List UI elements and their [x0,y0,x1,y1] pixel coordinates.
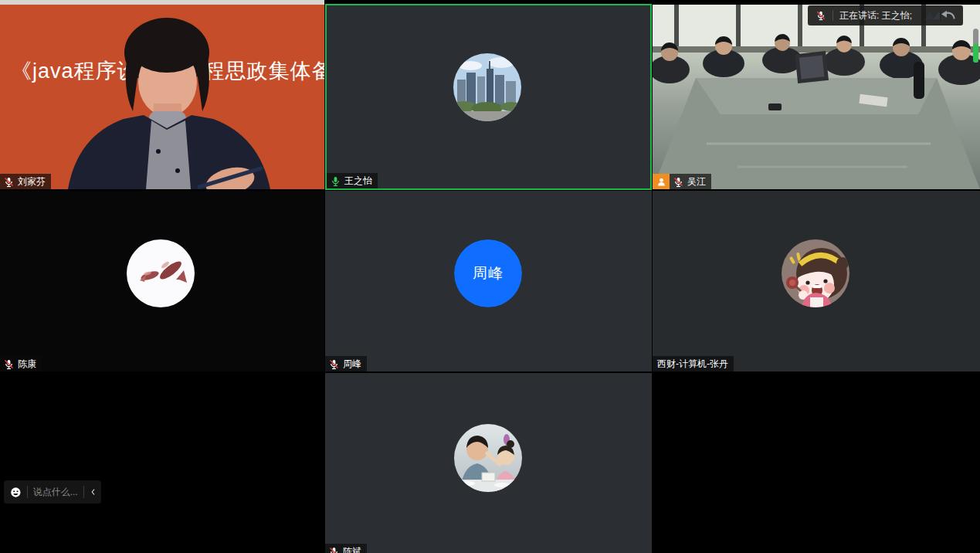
overlay-divider [832,10,833,21]
slide-top-edge [0,0,324,5]
participant-name: 吴江 [687,175,706,188]
speaker-volume-meter [973,29,978,63]
chat-bar-divider [83,486,84,498]
participant-name: 王之怡 [344,175,372,188]
participant-label-row: 西财-计算机-张丹 [653,356,734,371]
chat-quick-bar[interactable] [4,480,101,504]
participant-name: 刘家芬 [18,175,46,188]
video-tile-liujiafen[interactable]: 《java程序设计》课程思政集体备课 [0,5,324,189]
video-tile-chenbin[interactable]: 陈斌 [325,373,652,553]
participant-name: 陈斌 [343,545,361,553]
chat-bar-divider [27,486,28,498]
mic-muted-icon [3,176,15,188]
participant-name-label: 陈斌 [325,544,367,553]
meeting-window: 《java程序设计》课程思政集体备课 [0,0,980,553]
participant-label-row: 刘家芬 [0,174,51,189]
mic-active-icon [330,175,341,187]
participant-name-label: 王之怡 [327,173,378,188]
now-speaking-text: 正在讲话: 王之怡; [839,9,917,22]
collapse-chevron-left-icon[interactable] [90,487,97,497]
avatar-koi-fish [127,239,195,307]
participant-name: 周峰 [343,358,361,371]
participant-name-label: 吴江 [670,174,711,189]
video-tile-wujiang[interactable]: 吴江 [653,5,980,189]
avatar-initials: 周峰 [454,239,522,307]
mic-muted-icon [328,546,340,553]
participant-label-row: 陈康 [0,356,42,371]
overlay-action-icons[interactable] [923,8,958,22]
participant-name-label: 刘家芬 [0,174,51,189]
avatar-initials-text: 周峰 [454,239,522,307]
mic-muted-icon [3,358,15,370]
participant-name-label: 西财-计算机-张丹 [653,356,734,371]
avatar-city-skyline [453,53,521,121]
chat-message-input[interactable] [33,487,78,497]
mic-muted-icon [673,176,684,188]
video-tile-wangzhiyi-active-speaker[interactable]: 王之怡 [325,4,652,190]
local-mic-muted-icon [816,10,826,21]
participant-label-row: 周峰 [325,356,367,371]
video-tile-chenkang[interactable]: 陈康 [0,191,324,371]
participant-name: 陈康 [18,358,36,371]
member-badge-icon [653,174,670,189]
now-speaking-overlay: 正在讲话: 王之怡; [808,5,963,25]
emoji-smiley-icon[interactable] [10,485,22,500]
mic-muted-icon [328,358,340,370]
participant-name-label: 陈康 [0,356,42,371]
presenter-figure [0,5,324,189]
participant-label-row: 陈斌 [325,544,367,553]
volume-level-fill [973,44,978,63]
participant-label-row: 吴江 [653,174,711,189]
conference-room-video [653,5,980,189]
avatar-cartoon-girl [782,239,849,307]
avatar-family-photo [454,424,522,492]
participant-label-row: 王之怡 [327,173,378,188]
participant-name: 西财-计算机-张丹 [657,358,728,371]
video-tile-zhangdan[interactable]: 西财-计算机-张丹 [653,191,980,371]
video-tile-zhoufeng[interactable]: 周峰 周峰 [325,191,652,371]
slide-title: 《java程序设计》课程思政集体备课 [11,57,320,85]
participant-name-label: 周峰 [325,356,367,371]
